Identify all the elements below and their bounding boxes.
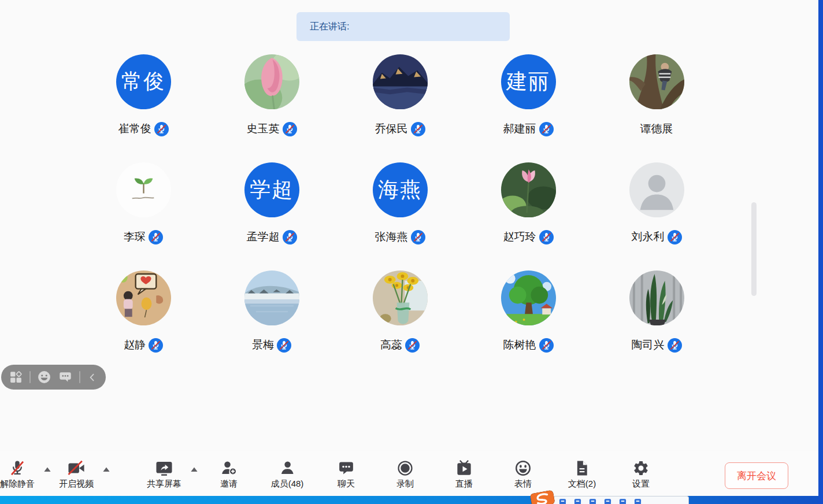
ime-toolbar[interactable] bbox=[531, 491, 689, 504]
muted-mic-icon bbox=[154, 122, 169, 136]
participant-tile[interactable]: 建丽 郝建丽 bbox=[464, 54, 592, 162]
toolbar-item-chat-bubble[interactable]: 聊天 bbox=[320, 459, 372, 490]
participant-tile[interactable]: 刘永利 bbox=[592, 162, 721, 270]
toolbar-item-invite-user[interactable]: 邀请 bbox=[203, 459, 255, 490]
participant-avatar-initials[interactable]: 学超 bbox=[244, 162, 299, 217]
toolbar-item-label: 聊天 bbox=[338, 479, 355, 490]
participant-name: 史玉英 bbox=[247, 121, 280, 136]
toolbar-item-live-tv[interactable]: 直播 bbox=[438, 459, 490, 490]
speaking-banner: 正在讲话: bbox=[296, 12, 510, 41]
participant-avatar-tree-climb[interactable] bbox=[629, 54, 684, 109]
toolbar-item-label: 文档(2) bbox=[568, 479, 596, 490]
ime-icon[interactable] bbox=[559, 498, 566, 504]
toolbar-item-record[interactable]: 录制 bbox=[379, 459, 431, 490]
scrollbar-thumb[interactable] bbox=[751, 202, 757, 296]
speaking-label: 正在讲话: bbox=[310, 21, 349, 33]
toolbar-item-mic-muted[interactable]: 解除静音 bbox=[0, 459, 43, 490]
participant-name-row: 郝建丽 bbox=[503, 121, 554, 136]
participant-avatar-initials[interactable]: 常俊 bbox=[116, 54, 171, 109]
toolbar-item-emoji-face[interactable]: 表情 bbox=[497, 459, 549, 490]
ime-icon[interactable] bbox=[604, 498, 611, 504]
participant-name: 陶司兴 bbox=[632, 338, 665, 353]
divider bbox=[29, 371, 31, 383]
participant-avatar-lake-village[interactable] bbox=[244, 270, 299, 325]
muted-mic-icon bbox=[668, 338, 682, 353]
toolbar-item-label: 解除静音 bbox=[0, 479, 35, 490]
participant-avatar-daffodils[interactable] bbox=[373, 270, 428, 325]
participant-tile[interactable]: 常俊 崔常俊 bbox=[79, 54, 207, 162]
participant-avatar-initials[interactable]: 建丽 bbox=[501, 54, 556, 109]
participant-avatar-lotus-bud[interactable] bbox=[244, 54, 299, 109]
toolbar-item-camera-off[interactable]: 开启视频 bbox=[50, 459, 102, 490]
muted-mic-icon bbox=[149, 338, 163, 353]
participant-tile[interactable]: 赵静 bbox=[79, 270, 207, 379]
participant-tile[interactable]: 陈树艳 bbox=[464, 270, 592, 379]
muted-mic-icon bbox=[411, 230, 425, 244]
mic-muted-icon bbox=[9, 459, 26, 477]
ime-icon-bar[interactable] bbox=[550, 496, 689, 504]
muted-mic-icon bbox=[149, 230, 163, 244]
participant-name-row: 景梅 bbox=[252, 338, 291, 353]
participant-name-row: 张海燕 bbox=[375, 229, 425, 244]
chat-bubble-icon bbox=[338, 459, 355, 477]
toolbar-item-document[interactable]: 文档(2) bbox=[556, 459, 608, 490]
participant-tile[interactable]: 李琛 bbox=[79, 162, 207, 270]
participant-tile[interactable]: 赵巧玲 bbox=[464, 162, 592, 270]
ime-icon[interactable] bbox=[619, 498, 626, 504]
muted-mic-icon bbox=[283, 230, 297, 244]
desktop-edge bbox=[818, 0, 823, 504]
participant-avatar-initials[interactable]: 海燕 bbox=[373, 162, 428, 217]
floating-toolbar[interactable] bbox=[1, 365, 106, 390]
taskbar-strip bbox=[0, 496, 823, 504]
participant-name: 赵静 bbox=[124, 338, 146, 353]
participant-name: 乔保民 bbox=[375, 121, 408, 136]
participant-avatar-green-tree[interactable] bbox=[501, 270, 556, 325]
ime-icon[interactable] bbox=[634, 498, 642, 504]
participant-tile[interactable]: 海燕 张海燕 bbox=[336, 162, 464, 270]
participant-avatar-child-wall[interactable] bbox=[116, 270, 171, 325]
ime-logo-icon[interactable] bbox=[529, 490, 557, 504]
toolbar-item-screen-share[interactable]: 共享屏幕 bbox=[138, 459, 190, 490]
participant-name: 高蕊 bbox=[380, 338, 402, 353]
participant-tile[interactable]: 谭德展 bbox=[592, 54, 721, 162]
chevron-up-icon[interactable] bbox=[102, 466, 110, 472]
participant-name-row: 史玉英 bbox=[247, 121, 297, 136]
participant-tile[interactable]: 学超 孟学超 bbox=[207, 162, 336, 270]
participant-name: 郝建丽 bbox=[503, 121, 536, 136]
participant-name: 谭德展 bbox=[640, 121, 673, 136]
muted-mic-icon bbox=[539, 230, 554, 244]
ime-icon[interactable] bbox=[589, 498, 596, 504]
chat-bubble-icon[interactable] bbox=[58, 370, 73, 384]
toolbar-item-label: 开启视频 bbox=[59, 479, 94, 490]
participant-tile[interactable]: 景梅 bbox=[207, 270, 336, 379]
invite-user-icon bbox=[220, 459, 238, 477]
chevron-up-icon[interactable] bbox=[190, 466, 198, 472]
muted-mic-icon bbox=[405, 338, 420, 353]
participant-name: 陈树艳 bbox=[503, 338, 536, 353]
chevron-left-icon[interactable] bbox=[87, 371, 98, 384]
participant-name-row: 崔常俊 bbox=[118, 121, 169, 136]
toolbar-item-settings-gear[interactable]: 设置 bbox=[615, 459, 667, 490]
muted-mic-icon bbox=[539, 338, 554, 353]
participant-name-row: 赵巧玲 bbox=[503, 229, 554, 244]
participant-tile[interactable]: 陶司兴 bbox=[592, 270, 721, 379]
participant-avatar-lotus-flower[interactable] bbox=[501, 162, 556, 217]
toolbar-item-members[interactable]: 成员(48) bbox=[261, 459, 313, 490]
participant-name-row: 谭德展 bbox=[640, 121, 673, 136]
members-icon bbox=[279, 459, 296, 477]
participant-tile[interactable]: 乔保民 bbox=[336, 54, 464, 162]
toolbar-item-label: 邀请 bbox=[220, 479, 238, 490]
participant-avatar-mountain-lake[interactable] bbox=[373, 54, 428, 109]
participant-tile[interactable]: 史玉英 bbox=[207, 54, 336, 162]
participant-name: 刘永利 bbox=[632, 229, 665, 244]
ime-icon[interactable] bbox=[574, 498, 581, 504]
emoji-smiley-icon[interactable] bbox=[37, 370, 51, 384]
participant-name-row: 陶司兴 bbox=[632, 338, 682, 353]
participant-tile[interactable]: 高蕊 bbox=[336, 270, 464, 379]
participant-avatar-default[interactable] bbox=[629, 162, 684, 217]
participant-avatar-snake-plant[interactable] bbox=[629, 270, 684, 325]
leave-meeting-button[interactable]: 离开会议 bbox=[725, 462, 788, 489]
layout-grid-icon[interactable] bbox=[9, 370, 23, 384]
participant-avatar-sprout[interactable] bbox=[116, 162, 171, 217]
participant-name: 景梅 bbox=[252, 338, 274, 353]
